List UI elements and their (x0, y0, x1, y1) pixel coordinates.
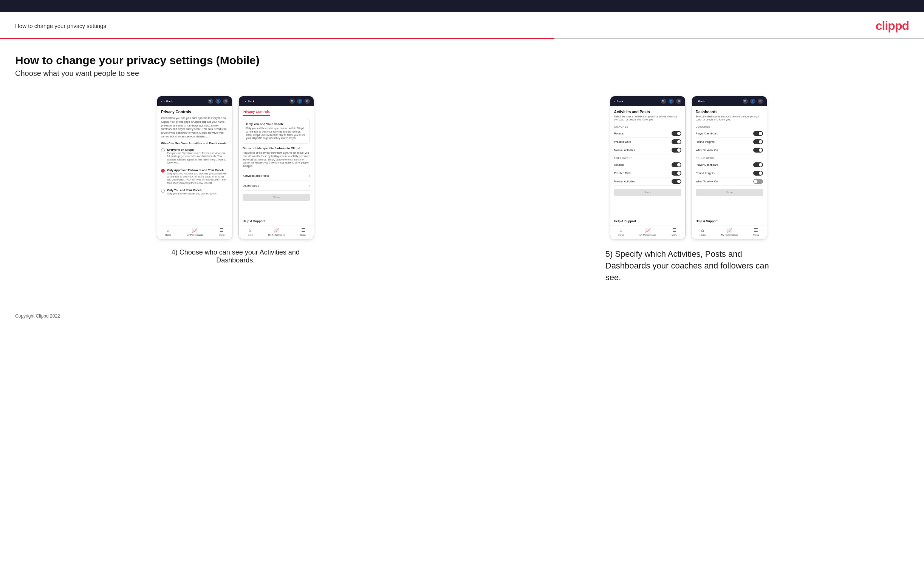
menu-icon-2: ☰ (301, 228, 305, 233)
people-icon[interactable]: 👤 (215, 98, 221, 104)
screen3-manual-followers-toggle[interactable] (672, 179, 682, 184)
home-icon-3: ⌂ (620, 228, 622, 233)
copyright: Copyright Clippd 2022 (15, 313, 60, 319)
screen2-show-hide-text: Regardless of the privacy controls that … (242, 152, 310, 168)
screen2-topbar: ‹ < Back 🔍 👤 ⚙ (239, 96, 314, 106)
nav-performance-label-3: My Performance (640, 234, 656, 236)
home-icon-1: ⌂ (166, 228, 169, 233)
screen2-infobox-text: Only you and the coaches you connect wit… (246, 127, 307, 140)
screen4-work-followers-toggle[interactable] (753, 179, 763, 184)
screen3-drills-coaches-toggle[interactable] (672, 139, 682, 144)
screen2-help-title: Help & Support (242, 219, 310, 223)
screen3-rounds-coaches-toggle[interactable] (672, 131, 682, 136)
screen3-body: Activities and Posts Select the types of… (610, 106, 685, 217)
radio-everyone-desc: Everyone on Clippd can search for you an… (167, 152, 228, 164)
nav-menu-3[interactable]: ☰ Menu (672, 228, 677, 236)
screen1-back[interactable]: ‹ < Back (161, 100, 173, 103)
nav-performance-1[interactable]: 📈 My Performance (187, 228, 203, 236)
settings-icon-2[interactable]: ⚙ (305, 98, 310, 104)
nav-performance-label-4: My Performance (721, 234, 738, 236)
settings-icon[interactable]: ⚙ (223, 98, 228, 104)
settings-icon-3[interactable]: ⚙ (676, 98, 682, 104)
search-icon-4[interactable]: 🔍 (743, 98, 748, 104)
screen3-help: Help & Support (610, 217, 685, 225)
screen2-tab[interactable]: Privacy Controls (242, 110, 270, 116)
nav-performance-4[interactable]: 📈 My Performance (721, 228, 738, 236)
screen3-bottom-nav: ⌂ Home 📈 My Performance ☰ Menu (610, 225, 685, 239)
screen3-drills-followers-label: Practice Drills (614, 171, 632, 175)
screen4-player-followers-toggle[interactable] (753, 162, 763, 167)
screen1-who-title: Who Can See Your Activities and Dashboar… (161, 142, 228, 145)
screen4-help-title: Help & Support (696, 219, 763, 223)
screen3-drills-coaches-label: Practice Drills (614, 140, 632, 143)
people-icon-4[interactable]: 👤 (750, 98, 756, 104)
screen4-player-followers-label: Player Dashboard (696, 163, 719, 166)
screenshot-group-2: ‹ Back 🔍 👤 ⚙ Activities and Posts Select… (468, 96, 909, 283)
screen3-save-btn[interactable]: Save (614, 189, 682, 196)
screen2-save-btn[interactable]: Save (242, 194, 310, 201)
chart-icon-4: 📈 (727, 228, 732, 233)
screen4-insights-coaches-toggle[interactable] (753, 139, 763, 144)
people-icon-3[interactable]: 👤 (669, 98, 674, 104)
radio-approved[interactable]: Only Approved Followers and Your Coach O… (161, 168, 228, 185)
screen4-insights-followers-label: Round Insights (696, 171, 715, 175)
screen4-back[interactable]: ‹ Back (696, 100, 705, 103)
screen4-save-btn[interactable]: Save (696, 189, 763, 196)
radio-only-you[interactable]: Only You and Your Coach Only you and the… (161, 189, 228, 195)
screen4-insights-followers: Round Insights (696, 169, 763, 177)
nav-menu-1[interactable]: ☰ Menu (219, 228, 225, 236)
chart-icon-1: 📈 (192, 228, 198, 233)
screen2-bottom-nav: ⌂ Home 📈 My Performance ☰ Menu (239, 225, 314, 239)
screen2-infobox-title: Only You and Your Coach (246, 122, 307, 126)
screen1-mockup: ‹ < Back 🔍 👤 ⚙ Privacy Controls Control … (157, 96, 233, 239)
screen3-drills-followers-toggle[interactable] (672, 171, 682, 176)
screen3-followers-label: FOLLOWERS (614, 157, 682, 160)
screen3-rounds-coaches-label: Rounds (614, 132, 624, 135)
screen4-player-coaches-label: Player Dashboard (696, 132, 719, 135)
settings-icon-4[interactable]: ⚙ (758, 98, 763, 104)
chart-icon-3: 📈 (645, 228, 651, 233)
screen4-insights-followers-toggle[interactable] (753, 171, 763, 176)
menu-icon-1: ☰ (220, 228, 224, 233)
search-icon-3[interactable]: 🔍 (661, 98, 666, 104)
radio-approved-desc: Only approved followers and coaches you … (167, 172, 228, 185)
top-bar (0, 0, 924, 12)
screen2-dashboards-item[interactable]: Dashboards › (242, 181, 310, 191)
screen2-icons: 🔍 👤 ⚙ (289, 98, 310, 104)
chart-icon-2: 📈 (274, 228, 279, 233)
screen2-back[interactable]: ‹ < Back (242, 100, 254, 103)
screen4-player-coaches: Player Dashboard (696, 129, 763, 138)
nav-performance-3[interactable]: 📈 My Performance (640, 228, 656, 236)
screen3-rounds-followers-toggle[interactable] (672, 162, 682, 167)
screen4-work-coaches-toggle[interactable] (753, 148, 763, 153)
nav-home-3[interactable]: ⌂ Home (618, 228, 624, 236)
screen2-activities-item[interactable]: Activities and Posts › (242, 171, 310, 181)
chevron-right-2: › (309, 184, 310, 188)
radio-approved-label: Only Approved Followers and Your Coach (167, 168, 228, 172)
search-icon-2[interactable]: 🔍 (289, 98, 295, 104)
footer: Copyright Clippd 2022 (0, 306, 924, 326)
radio-everyone[interactable]: Everyone on Clippd Everyone on Clippd ca… (161, 148, 228, 164)
nav-home-4[interactable]: ⌂ Home (699, 228, 706, 236)
screen3-back[interactable]: ‹ Back (614, 100, 623, 103)
nav-menu-4[interactable]: ☰ Menu (753, 228, 759, 236)
screen4-title: Dashboards (696, 110, 763, 114)
screen3-drills-followers: Practice Drills (614, 169, 682, 177)
screen4-work-coaches-label: What To Work On (696, 148, 718, 152)
screen4-player-coaches-toggle[interactable] (753, 131, 763, 136)
screen1-body: Privacy Controls Control how you and you… (157, 106, 232, 225)
screen4-work-followers: What To Work On (696, 177, 763, 186)
screenshot-pair-1: ‹ < Back 🔍 👤 ⚙ Privacy Controls Control … (15, 96, 456, 239)
nav-home-2[interactable]: ⌂ Home (247, 228, 253, 236)
screen1-topbar: ‹ < Back 🔍 👤 ⚙ (157, 96, 232, 106)
screen4-followers-label: FOLLOWERS (696, 157, 763, 160)
people-icon-2[interactable]: 👤 (297, 98, 302, 104)
nav-performance-2[interactable]: 📈 My Performance (268, 228, 285, 236)
search-icon[interactable]: 🔍 (208, 98, 213, 104)
home-icon-2: ⌂ (248, 228, 251, 233)
screen4-desc: Select the dashboards that you'd like to… (696, 115, 763, 122)
screen3-manual-coaches-toggle[interactable] (672, 148, 682, 153)
nav-home-1[interactable]: ⌂ Home (165, 228, 171, 236)
nav-menu-2[interactable]: ☰ Menu (300, 228, 306, 236)
screen3-drills-coaches: Practice Drills (614, 138, 682, 146)
